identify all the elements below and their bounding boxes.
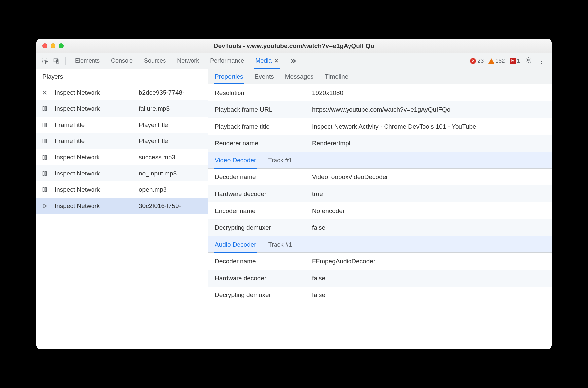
panel-body: Players Inspect Networkb2dce935-7748-Ins… [36, 69, 552, 349]
svg-rect-15 [45, 188, 47, 192]
toolbar-right: 23 152 1 ⋮ [470, 57, 547, 65]
subtab-events[interactable]: Events [255, 73, 274, 80]
svg-rect-13 [45, 172, 47, 175]
devtools-window: DevTools - www.youtube.com/watch?v=e1gAy… [36, 39, 552, 349]
svg-point-3 [527, 59, 529, 61]
settings-icon[interactable] [525, 57, 532, 65]
play-icon [36, 203, 53, 209]
svg-rect-9 [45, 139, 47, 143]
subtab-properties[interactable]: Properties [215, 73, 243, 80]
property-key: Decrypting demuxer [215, 224, 312, 231]
player-row[interactable]: FrameTitlePlayerTitle [36, 133, 208, 149]
property-value: 1920x1080 [312, 89, 552, 97]
property-row: Hardware decodertrue [208, 185, 552, 202]
video-track-tab[interactable]: Track #1 [268, 157, 292, 164]
player-frame-title: FrameTitle [53, 137, 135, 145]
video-decoder-tab[interactable]: Video Decoder [215, 157, 256, 164]
player-frame-title: Inspect Network [53, 186, 135, 193]
property-key: Hardware decoder [215, 190, 312, 198]
property-value: VideoTooboxVideoDecoder [312, 174, 552, 181]
property-row: Playback frame URLhttps://www.youtube.co… [208, 101, 552, 118]
property-key: Decoder name [215, 258, 312, 265]
audio-decoder-tab[interactable]: Audio Decoder [215, 241, 256, 248]
separator [65, 57, 66, 65]
audio-decoder-section: Audio Decoder Track #1 [208, 236, 552, 253]
svg-rect-14 [43, 188, 44, 192]
player-row[interactable]: Inspect Networkfailure.mp3 [36, 100, 208, 117]
player-title: failure.mp3 [135, 105, 208, 112]
player-row[interactable]: Inspect Network30c2f016-f759- [36, 198, 208, 214]
warnings-badge[interactable]: 152 [488, 58, 505, 64]
subtab-timeline[interactable]: Timeline [325, 73, 348, 80]
property-key: Playback frame title [215, 123, 312, 130]
player-row[interactable]: Inspect Networkopen.mp3 [36, 181, 208, 198]
x-icon [36, 90, 53, 96]
general-properties: Resolution1920x1080Playback frame URLhtt… [208, 84, 552, 152]
player-row[interactable]: Inspect Networksuccess.mp3 [36, 149, 208, 165]
svg-rect-4 [43, 107, 44, 111]
players-pane: Players Inspect Networkb2dce935-7748-Ins… [36, 69, 208, 349]
pause-icon [36, 187, 53, 193]
property-row: Resolution1920x1080 [208, 84, 552, 101]
tab-console[interactable]: Console [110, 58, 133, 64]
close-icon[interactable]: ✕ [274, 58, 278, 64]
device-toolbar-icon[interactable] [52, 58, 61, 64]
property-value: FFmpegAudioDecoder [312, 258, 552, 265]
player-frame-title: Inspect Network [53, 202, 135, 210]
svg-rect-10 [43, 155, 44, 159]
player-title: PlayerTitle [135, 137, 208, 145]
video-decoder-section: Video Decoder Track #1 [208, 152, 552, 169]
pause-icon [36, 154, 53, 160]
warnings-count: 152 [496, 58, 505, 64]
player-title: 30c2f016-f759- [135, 202, 208, 210]
pause-icon [36, 122, 53, 128]
issues-badge[interactable]: 1 [510, 58, 520, 64]
pause-icon [36, 138, 53, 144]
property-value: false [312, 275, 552, 282]
players-list: Inspect Networkb2dce935-7748-Inspect Net… [36, 84, 208, 349]
tab-performance[interactable]: Performance [209, 58, 245, 64]
tab-elements[interactable]: Elements [74, 58, 100, 64]
subtab-messages[interactable]: Messages [285, 73, 314, 80]
player-frame-title: Inspect Network [53, 170, 135, 177]
pause-icon [36, 171, 53, 176]
player-row[interactable]: Inspect Networkno_input.mp3 [36, 165, 208, 181]
property-value: No encoder [312, 207, 552, 214]
player-title: b2dce935-7748- [135, 89, 208, 96]
svg-rect-8 [43, 139, 44, 143]
property-row: Decoder nameFFmpegAudioDecoder [208, 253, 552, 270]
player-row[interactable]: Inspect Networkb2dce935-7748- [36, 84, 208, 100]
player-title: PlayerTitle [135, 121, 208, 129]
errors-count: 23 [477, 58, 484, 64]
property-key: Resolution [215, 89, 312, 97]
player-frame-title: Inspect Network [53, 105, 135, 112]
tab-sources[interactable]: Sources [143, 58, 166, 64]
svg-rect-5 [45, 107, 47, 111]
svg-rect-6 [43, 123, 44, 127]
audio-properties: Decoder nameFFmpegAudioDecoderHardware d… [208, 253, 552, 303]
svg-rect-12 [43, 172, 44, 175]
svg-rect-7 [45, 123, 47, 127]
property-row: Decoder nameVideoTooboxVideoDecoder [208, 169, 552, 185]
tab-media[interactable]: Media ✕ [255, 58, 279, 64]
property-key: Hardware decoder [215, 275, 312, 282]
panel-tabs: Elements Console Sources Network Perform… [74, 58, 296, 65]
players-header: Players [36, 69, 208, 84]
titlebar: DevTools - www.youtube.com/watch?v=e1gAy… [36, 39, 552, 53]
property-row: Decrypting demuxerfalse [208, 287, 552, 303]
tab-network[interactable]: Network [176, 58, 200, 64]
player-row[interactable]: FrameTitlePlayerTitle [36, 117, 208, 133]
kebab-menu-icon[interactable]: ⋮ [536, 57, 547, 65]
property-key: Decrypting demuxer [215, 291, 312, 299]
property-row: Playback frame titleInspect Network Acti… [208, 118, 552, 135]
property-value: false [312, 224, 552, 231]
errors-badge[interactable]: 23 [470, 58, 484, 64]
property-value: https://www.youtube.com/watch?v=e1gAyQuI… [312, 106, 552, 113]
details-pane: Properties Events Messages Timeline Reso… [208, 69, 552, 349]
more-tabs-icon[interactable] [289, 58, 296, 65]
player-frame-title: Inspect Network [53, 154, 135, 161]
property-row: Decrypting demuxerfalse [208, 219, 552, 236]
svg-rect-11 [45, 155, 47, 159]
inspect-element-icon[interactable] [41, 58, 50, 64]
audio-track-tab[interactable]: Track #1 [268, 241, 292, 248]
